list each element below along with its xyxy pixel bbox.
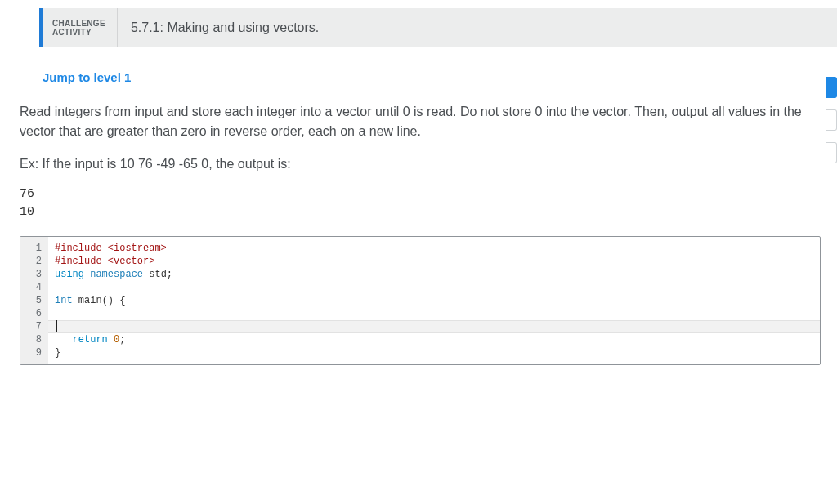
code-token: using <box>55 269 84 280</box>
expected-output: 76 10 <box>20 185 821 221</box>
code-token: #include <box>55 256 108 267</box>
code-content[interactable]: #include <iostream> #include <vector> us… <box>48 237 820 364</box>
rail-button-blue[interactable] <box>826 77 837 98</box>
output-line-1: 76 <box>20 187 34 201</box>
code-token: namespace <box>84 269 143 280</box>
code-cursor-line[interactable] <box>55 320 813 333</box>
challenge-label-box: CHALLENGE ACTIVITY <box>43 8 118 47</box>
output-line-2: 10 <box>20 205 34 219</box>
code-token: } <box>55 347 60 359</box>
rail-button[interactable] <box>826 142 837 163</box>
code-line-empty <box>55 307 813 320</box>
line-number: 7 <box>25 320 42 333</box>
line-number: 4 <box>25 281 42 294</box>
code-token: <vector> <box>108 256 155 267</box>
example-intro: Ex: If the input is 10 76 -49 -65 0, the… <box>20 154 812 174</box>
code-token: std <box>143 269 167 280</box>
jump-to-level-link[interactable]: Jump to level 1 <box>43 70 837 84</box>
code-token: #include <box>55 243 108 254</box>
line-number: 3 <box>25 268 42 281</box>
line-number: 5 <box>25 294 42 307</box>
code-token: return <box>55 334 114 346</box>
code-line-empty <box>55 281 813 294</box>
right-rail <box>826 77 837 163</box>
code-token: ; <box>119 334 125 346</box>
code-token: <iostream> <box>108 243 167 254</box>
code-token: int <box>55 295 73 306</box>
instructions: Read integers from input and store each … <box>20 102 812 174</box>
instruction-text: Read integers from input and store each … <box>20 102 812 141</box>
text-cursor-icon <box>56 320 57 332</box>
code-token: main <box>73 295 102 306</box>
line-number-gutter: 1 2 3 4 5 6 7 8 9 <box>20 237 48 364</box>
line-number: 2 <box>25 255 42 268</box>
rail-button[interactable] <box>826 109 837 131</box>
challenge-header: CHALLENGE ACTIVITY 5.7.1: Making and usi… <box>39 8 837 47</box>
line-number: 9 <box>25 346 42 359</box>
line-number: 8 <box>25 333 42 346</box>
line-number: 6 <box>25 307 42 320</box>
line-number: 1 <box>25 242 42 255</box>
challenge-label-1: CHALLENGE <box>52 19 105 28</box>
challenge-label-2: ACTIVITY <box>52 28 105 37</box>
code-token: ; <box>167 269 172 280</box>
code-token: () { <box>102 295 126 306</box>
code-editor[interactable]: 1 2 3 4 5 6 7 8 9 #include <iostream> #i… <box>20 236 821 365</box>
challenge-title: 5.7.1: Making and using vectors. <box>118 8 332 47</box>
